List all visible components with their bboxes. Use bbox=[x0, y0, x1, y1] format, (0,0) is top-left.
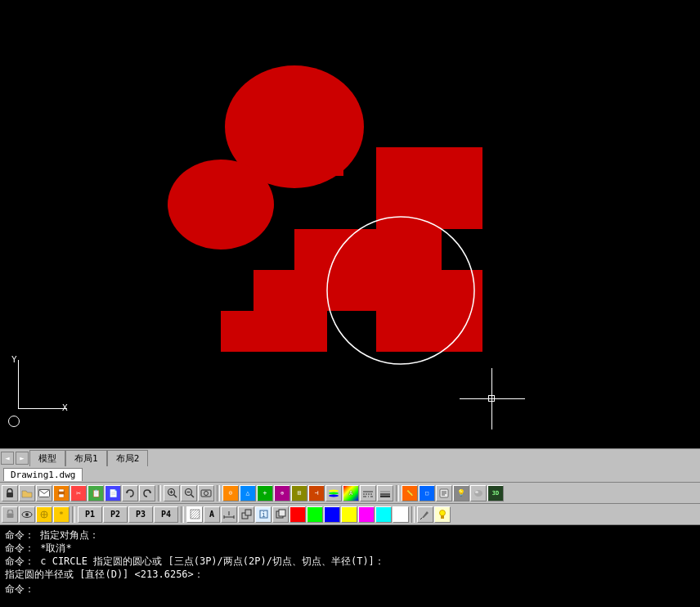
zoom-out-btn[interactable] bbox=[181, 485, 197, 501]
svg-line-12 bbox=[173, 495, 177, 498]
color-btn[interactable]: A bbox=[343, 485, 359, 501]
3dview-btn[interactable]: 3D bbox=[487, 485, 504, 501]
xref-btn[interactable] bbox=[272, 506, 289, 523]
block-btn[interactable] bbox=[238, 506, 254, 523]
print-btn[interactable] bbox=[53, 485, 70, 501]
track-btn[interactable]: + bbox=[257, 485, 273, 501]
render-btn[interactable]: 💡 bbox=[453, 485, 469, 501]
tb-sep1 bbox=[158, 485, 161, 501]
tab-model[interactable]: 模型 bbox=[29, 450, 65, 466]
layer-btn[interactable] bbox=[325, 485, 342, 501]
svg-point-37 bbox=[25, 513, 29, 516]
tab-scroll-left[interactable]: ◄ bbox=[1, 452, 14, 465]
lock-btn[interactable] bbox=[2, 485, 18, 501]
svg-point-2 bbox=[168, 160, 274, 250]
canvas-area[interactable]: Y X bbox=[0, 0, 700, 448]
shade-btn[interactable] bbox=[470, 485, 487, 501]
svg-rect-48 bbox=[245, 510, 251, 515]
ortho-btn[interactable]: ⊣ bbox=[308, 485, 325, 501]
svg-rect-8 bbox=[59, 489, 64, 492]
p4-btn[interactable]: P4 bbox=[154, 506, 178, 523]
toolbar1: ✂ 📋 📄 ⊙ △ + ⊕ ⊞ ⊣ bbox=[0, 483, 700, 504]
grid-btn[interactable]: ⊞ bbox=[291, 485, 307, 501]
colorblock-y[interactable] bbox=[341, 506, 357, 523]
freeze-btn[interactable] bbox=[36, 506, 52, 523]
command-input[interactable] bbox=[38, 584, 695, 596]
pen-btn[interactable] bbox=[417, 506, 433, 523]
tb-sep3 bbox=[396, 485, 399, 501]
copy-btn[interactable]: 📋 bbox=[88, 485, 104, 501]
p3-btn[interactable]: P3 bbox=[128, 506, 153, 523]
svg-rect-4 bbox=[7, 492, 13, 497]
svg-text:i: i bbox=[262, 511, 266, 519]
zoom-all-btn[interactable] bbox=[198, 485, 214, 501]
svg-point-22 bbox=[329, 494, 339, 497]
osnap-btn[interactable]: △ bbox=[240, 485, 256, 501]
open-btn[interactable] bbox=[19, 485, 35, 501]
cmd-prompt[interactable]: 命令： bbox=[5, 582, 695, 596]
cmd-line-1: 命令： 指定对角点： bbox=[5, 528, 695, 542]
area-btn[interactable]: □ bbox=[419, 485, 435, 501]
zoom-in-btn[interactable] bbox=[164, 485, 180, 501]
svg-line-16 bbox=[191, 495, 194, 498]
insert-btn[interactable]: i bbox=[255, 506, 271, 523]
lock2-btn[interactable] bbox=[2, 506, 18, 523]
tb2-sep3 bbox=[411, 506, 415, 523]
colorblock-g[interactable] bbox=[307, 506, 323, 523]
file-title-tab[interactable]: Drawing1.dwg bbox=[3, 468, 83, 481]
svg-rect-52 bbox=[279, 510, 285, 516]
colorblock-b[interactable] bbox=[324, 506, 340, 523]
crosshair-box bbox=[488, 395, 495, 402]
text-btn[interactable]: A bbox=[204, 506, 220, 523]
undo-btn[interactable] bbox=[122, 485, 138, 501]
svg-rect-1 bbox=[245, 127, 343, 176]
svg-point-21 bbox=[329, 492, 339, 494]
colorblock-c[interactable] bbox=[375, 506, 392, 523]
snap-btn[interactable]: ⊙ bbox=[222, 485, 239, 501]
cmd-line-2: 命令： *取消* bbox=[5, 542, 695, 555]
colorblock-m[interactable] bbox=[358, 506, 375, 523]
title-bar: Drawing1.dwg bbox=[0, 466, 700, 483]
tab-layout2[interactable]: 布局2 bbox=[107, 450, 149, 466]
drawing-svg bbox=[0, 0, 700, 448]
axis-y bbox=[18, 360, 19, 409]
svg-point-19 bbox=[204, 491, 209, 495]
svg-line-53 bbox=[420, 518, 422, 519]
tb2-sep2 bbox=[181, 506, 184, 523]
hatch-btn[interactable] bbox=[186, 506, 203, 523]
prop-btn[interactable] bbox=[436, 485, 452, 501]
svg-point-34 bbox=[475, 491, 478, 493]
tab-layout1[interactable]: 布局1 bbox=[65, 450, 107, 466]
axis-label-y: Y bbox=[11, 354, 17, 365]
dim-btn[interactable] bbox=[221, 506, 237, 523]
axis-x bbox=[18, 408, 67, 409]
axis-label-x: X bbox=[62, 402, 68, 413]
toolbar2: * P1 P2 P3 P4 A i bbox=[0, 504, 700, 525]
colorblock-r[interactable] bbox=[289, 506, 306, 523]
tb2-sep1 bbox=[72, 506, 75, 523]
tab-bar: ◄ ► 模型 布局1 布局2 bbox=[0, 448, 700, 466]
svg-point-20 bbox=[329, 489, 339, 492]
p1-btn[interactable]: P1 bbox=[78, 506, 102, 523]
colorblock-w[interactable] bbox=[393, 506, 409, 523]
mail-btn[interactable] bbox=[36, 485, 52, 501]
p2-btn[interactable]: P2 bbox=[103, 506, 128, 523]
command-area: 命令： 指定对角点： 命令： *取消* 命令： c CIRCLE 指定圆的圆心或… bbox=[0, 525, 700, 607]
cut-btn[interactable]: ✂ bbox=[70, 485, 87, 501]
tab-scroll-right[interactable]: ► bbox=[16, 452, 29, 465]
svg-rect-35 bbox=[7, 514, 13, 519]
light-btn[interactable] bbox=[434, 506, 451, 523]
eye-btn[interactable] bbox=[19, 506, 35, 523]
svg-rect-55 bbox=[441, 515, 444, 519]
lweight-btn[interactable] bbox=[377, 485, 393, 501]
polar-btn[interactable]: ⊕ bbox=[274, 485, 290, 501]
redo-btn[interactable] bbox=[139, 485, 155, 501]
svg-point-33 bbox=[474, 490, 482, 497]
cmd-line-3: 命令： c CIRCLE 指定圆的圆心或 [三点(3P)/两点(2P)/切点、切… bbox=[5, 555, 695, 568]
paste-btn[interactable]: 📄 bbox=[105, 485, 121, 501]
axis-origin bbox=[8, 416, 20, 427]
dist-btn[interactable]: 📏 bbox=[402, 485, 418, 501]
svg-rect-41 bbox=[191, 510, 200, 519]
linetype-btn[interactable] bbox=[360, 485, 376, 501]
freeze2-btn[interactable]: * bbox=[53, 506, 70, 523]
